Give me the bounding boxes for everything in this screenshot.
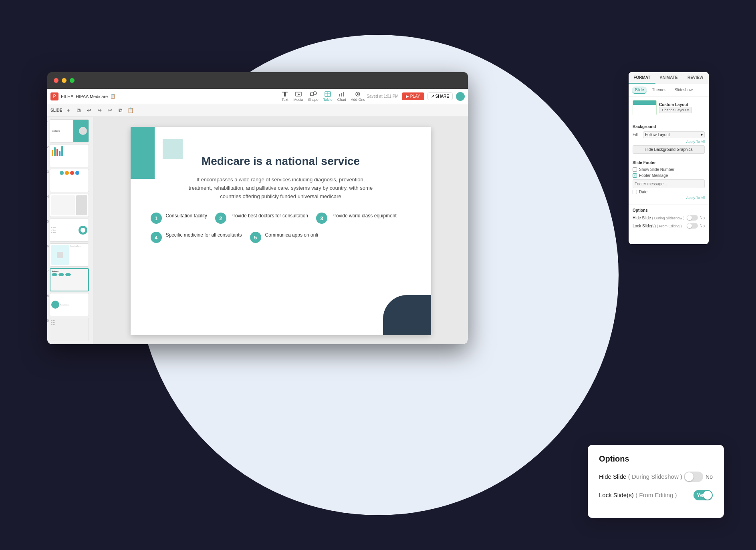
svg-point-5 [313,92,317,95]
slide-thumb-4[interactable] [50,194,89,217]
footer-message-checkbox[interactable]: ✓ [633,173,637,178]
slide-thumb-5[interactable]: ● Item● Item● Item [50,219,89,242]
layout-section: Custom Layout Change Layout ▾ [629,97,709,121]
follow-layout-label: Follow Layout [645,132,670,137]
hide-slide-toggle[interactable] [687,215,698,221]
slide-thumb-1[interactable]: Medicare [50,119,89,143]
lock-slides-toggle-group: No [687,223,705,229]
svg-rect-0 [282,92,288,92]
popup-lock-slides-toggle[interactable]: Yes ⏸ [694,490,713,500]
addons-label: Add-Ons [351,98,365,102]
feature-num-4: 4 [151,232,162,243]
addons-tool[interactable]: Add-Ons [351,91,365,102]
shape-label: Shape [308,98,319,102]
minimize-button[interactable] [62,78,67,83]
slide-canvas[interactable]: Medicare is a national service It encomp… [131,127,431,335]
slide-panel: 1 Medicare 2 [47,117,93,344]
share-button[interactable]: ↗ SHARE [427,92,453,100]
duplicate-button[interactable]: ⧉ [74,106,83,115]
show-slide-number-checkbox[interactable] [633,167,637,172]
slide-title: Medicare is a national service [151,155,411,168]
pause-icon: ⏸ [705,492,710,498]
slide-item-1[interactable]: 1 Medicare [50,119,91,143]
hide-slide-no-label: No [700,216,705,220]
popup-hide-slide-toggle[interactable] [684,472,703,482]
hide-bg-graphics-button[interactable]: Hide Background Graphics [633,145,705,154]
feature-num-1: 1 [151,213,162,224]
slide-thumb-7[interactable]: Medicare [50,268,89,291]
title-bar [47,72,468,89]
maximize-button[interactable] [70,78,75,83]
shape-tool[interactable]: Shape [308,91,319,102]
slide-footer-title: Slide Footer [633,161,705,165]
feature-text-2: Provide best doctors for consultation [230,213,308,219]
avatar[interactable] [456,92,465,101]
slide-item-3[interactable]: 3 [50,169,91,192]
file-label: FILE [61,94,70,99]
show-slide-number-label: Show Slide Number [639,167,674,172]
popup-hide-knob [685,472,694,481]
saved-text: Saved at 1:01 PM [367,94,399,98]
slide-number-3: 3 [47,170,49,174]
slide-item-8[interactable]: 8 Consultation [50,293,91,316]
slide-thumb-2[interactable] [50,144,89,167]
slide-item-6[interactable]: 6 Some text here [50,243,91,267]
file-save-icon: 📋 [110,94,116,99]
popup-hide-toggle-group: No [684,472,713,482]
svg-point-13 [357,93,359,95]
slide-item-9[interactable]: 9 ● text ● text ● text [50,318,91,341]
popup-lock-slides-label: Lock Slide(s) [599,492,634,498]
slide-number-2: 2 [47,145,49,149]
cut-button[interactable]: ✂ [105,106,114,115]
popup-hide-slide-sublabel: ( During Slideshow ) [628,473,682,480]
feature-num-2: 2 [215,213,226,224]
media-tool[interactable]: Media [293,91,303,102]
play-button[interactable]: ▶ PLAY [402,92,424,100]
file-menu[interactable]: FILE ▾ [61,94,73,99]
tab-animate[interactable]: ANIMATE [655,72,682,84]
apply-to-all-link[interactable]: Apply To All [633,140,705,144]
slide-item-5[interactable]: 5 ● Item● Item● Item [50,219,91,242]
paste-button[interactable]: 📋 [126,106,135,115]
slide-features-row1: 1 Consultation facility 2 Provide best d… [151,213,411,224]
subtab-themes[interactable]: Themes [649,86,669,94]
undo-button[interactable]: ↩ [85,106,93,115]
canvas-area: Medicare is a national service It encomp… [93,117,468,344]
slide-footer-section: Slide Footer Show Slide Number ✓ Footer … [629,157,709,205]
footer-message-input[interactable] [633,179,705,188]
close-button[interactable] [54,78,58,83]
change-layout-button[interactable]: Change Layout ▾ [659,107,692,113]
tab-format[interactable]: FORMAT [629,72,655,84]
tab-review[interactable]: REVIEW [682,72,709,84]
popup-hide-slide-label-group: Hide Slide ( During Slideshow ) [599,473,682,480]
slide-thumb-8[interactable]: Consultation [50,293,89,316]
file-name: HIPAA Medicare [76,94,108,99]
slide-number-9: 9 [47,319,49,323]
slide-item-7[interactable]: 7 Medicare [50,268,91,291]
copy-button[interactable]: ⧉ [116,106,125,115]
subtab-slide[interactable]: Slide [632,86,647,94]
slide-thumb-6[interactable]: Some text here [50,243,89,267]
text-tool[interactable]: Text [281,91,288,102]
redo-button[interactable]: ↪ [95,106,104,115]
fill-dropdown[interactable]: Follow Layout ▾ [643,131,705,138]
date-checkbox[interactable] [633,190,637,194]
slide-thumb-3[interactable] [50,169,89,192]
feature-1: 1 Consultation facility [151,213,207,224]
popup-lock-slides-sublabel: ( From Editing ) [635,492,677,498]
footer-apply-to-all[interactable]: Apply To All [633,196,705,200]
app-window: P FILE ▾ HIPAA Medicare 📋 Text [47,72,468,344]
slide-item-4[interactable]: 4 [50,194,91,217]
chart-tool[interactable]: Chart [337,91,346,102]
add-slide-button[interactable]: + [64,106,73,115]
slide-item-2[interactable]: 2 [50,144,91,167]
table-tool[interactable]: Table [323,91,333,102]
subtab-slideshow[interactable]: Slideshow [671,86,696,94]
feature-text-1: Consultation facility [166,213,207,219]
date-label: Date [639,190,647,194]
svg-rect-4 [310,93,313,96]
slide-thumb-9[interactable]: ● text ● text ● text [50,318,89,341]
lock-slides-toggle[interactable] [687,223,698,229]
chart-label: Chart [337,98,346,102]
popup-hide-slide-label: Hide Slide [599,473,626,480]
